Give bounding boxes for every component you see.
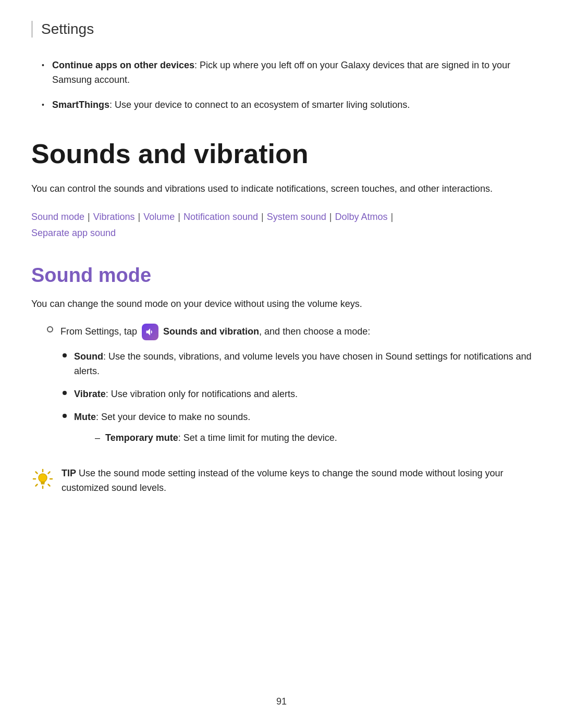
- intro-bullet-continue-apps: Continue apps on other devices: Pick up …: [42, 58, 532, 88]
- dash-temp-mute-label: Temporary mute: [105, 433, 178, 443]
- intro-bullets-list: Continue apps on other devices: Pick up …: [31, 58, 532, 113]
- nav-link-notification-sound[interactable]: Notification sound: [183, 212, 258, 222]
- svg-point-8: [39, 474, 47, 482]
- nav-link-volume[interactable]: Volume: [143, 212, 175, 222]
- svg-rect-10: [41, 483, 45, 485]
- nav-sep-1: |: [85, 212, 93, 222]
- settings-header-title: Settings: [41, 21, 94, 37]
- instruction-app-name: Sounds and vibration: [163, 326, 259, 337]
- bullet-vibrate-desc: : Use vibration only for notifications a…: [106, 389, 298, 399]
- sounds-vibration-app-icon: [142, 324, 158, 340]
- nav-sep-4: |: [259, 212, 266, 222]
- dot-bullet-sound: [63, 353, 67, 357]
- bullet-sound-label: Sound: [74, 351, 103, 362]
- nav-sep-6: |: [388, 212, 393, 222]
- dash-item-temp-mute: – Temporary mute: Set a time limit for m…: [95, 431, 337, 446]
- dash-item-temp-mute-text: Temporary mute: Set a time limit for mut…: [105, 431, 337, 446]
- bullet-vibrate-label: Vibrate: [74, 389, 106, 399]
- nav-sep-2: |: [135, 212, 143, 222]
- nav-link-separate-app-sound[interactable]: Separate app sound: [31, 228, 116, 238]
- svg-line-6: [48, 472, 50, 473]
- svg-rect-9: [41, 482, 45, 483]
- bullet-sound-desc: : Use the sounds, vibrations, and volume…: [74, 351, 532, 376]
- tip-icon: [31, 467, 54, 490]
- nav-link-dolby-atmos[interactable]: Dolby Atmos: [335, 212, 387, 222]
- tip-description: Use the sound mode setting instead of th…: [62, 468, 504, 493]
- svg-line-7: [36, 484, 38, 486]
- bullet-sound-text: Sound: Use the sounds, vibrations, and v…: [74, 350, 532, 379]
- dash-list-temp-mute: – Temporary mute: Set a time limit for m…: [74, 431, 337, 446]
- bullet-sound: Sound: Use the sounds, vibrations, and v…: [63, 350, 532, 379]
- instruction-list: From Settings, tap Sounds and vibration,…: [31, 324, 532, 340]
- bullet-mute: Mute: Set your device to make no sounds.…: [63, 410, 532, 451]
- sounds-vibration-intro: You can control the sounds and vibration…: [31, 182, 532, 196]
- bullet-vibrate-text: Vibrate: Use vibration only for notifica…: [74, 387, 298, 402]
- nav-link-system-sound[interactable]: System sound: [267, 212, 326, 222]
- svg-line-4: [36, 472, 38, 473]
- intro-bullet-label-smartthings: SmartThings: [52, 100, 109, 110]
- dash-bullet-icon: –: [95, 431, 100, 446]
- mode-bullet-list: Sound: Use the sounds, vibrations, and v…: [31, 350, 532, 450]
- tip-box: TIP Use the sound mode setting instead o…: [31, 466, 532, 496]
- nav-sep-5: |: [327, 212, 335, 222]
- nav-link-sound-mode[interactable]: Sound mode: [31, 212, 84, 222]
- bullet-vibrate: Vibrate: Use vibration only for notifica…: [63, 387, 532, 402]
- nav-link-vibrations[interactable]: Vibrations: [93, 212, 135, 222]
- instruction-prefix: From Settings, tap: [60, 326, 140, 337]
- bullet-mute-desc: : Set your device to make no sounds.: [96, 412, 250, 422]
- bullet-mute-text: Mute: Set your device to make no sounds.…: [74, 410, 337, 451]
- instruction-suffix: , and then choose a mode:: [259, 326, 370, 337]
- sounds-vibration-title: Sounds and vibration: [31, 139, 532, 170]
- tip-text-content: TIP Use the sound mode setting instead o…: [62, 466, 532, 496]
- page-number: 91: [276, 696, 287, 707]
- tip-label: TIP: [62, 468, 76, 478]
- nav-links-row: Sound mode | Vibrations | Volume | Notif…: [31, 209, 532, 241]
- sound-mode-title: Sound mode: [31, 264, 532, 287]
- instruction-item-settings-tap: From Settings, tap Sounds and vibration,…: [31, 324, 532, 340]
- circle-bullet-icon: [47, 326, 53, 332]
- intro-bullet-text-smartthings: : Use your device to connect to an ecosy…: [109, 100, 410, 110]
- dot-bullet-mute: [63, 414, 67, 418]
- dot-bullet-vibrate: [63, 391, 67, 395]
- svg-line-5: [48, 484, 50, 486]
- nav-sep-3: |: [175, 212, 183, 222]
- intro-bullet-label-continue: Continue apps on other devices: [52, 60, 194, 70]
- dash-temp-mute-desc: : Set a time limit for muting the device…: [178, 433, 337, 443]
- settings-header: Settings: [31, 21, 532, 38]
- intro-bullet-smartthings: SmartThings: Use your device to connect …: [42, 98, 532, 113]
- instruction-text: From Settings, tap Sounds and vibration,…: [60, 324, 370, 340]
- bullet-mute-label: Mute: [74, 412, 96, 422]
- sound-mode-intro: You can change the sound mode on your de…: [31, 297, 532, 312]
